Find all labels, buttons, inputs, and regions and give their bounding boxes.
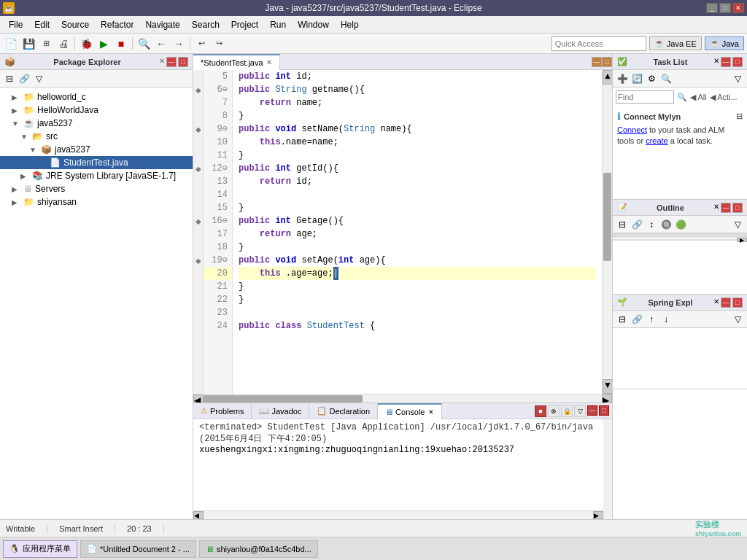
menu-source[interactable]: Source [55,18,95,31]
tree-item-servers[interactable]: ▶ 🖥 Servers [0,182,193,195]
taskbar-start-button[interactable]: 🐧 应用程序菜单 [3,540,77,558]
close-button[interactable]: ✕ [732,3,744,13]
collapse-all-button[interactable]: ⊟ [3,72,16,85]
spring-btn4[interactable]: ↓ [659,313,673,326]
tree-item-helloworldjava[interactable]: ▶ 📁 HelloWorldJava [0,104,193,117]
find-acti-option[interactable]: ◀ Acti... [710,93,738,102]
sync-button[interactable]: 🔄 [630,72,643,85]
tab-javadoc[interactable]: 📖 Javadoc [252,403,309,419]
outline-hscroll[interactable] [613,233,747,238]
spring-close-icon[interactable]: ✕ [713,298,719,308]
menu-project[interactable]: Project [225,18,264,31]
task-settings-button[interactable]: ⚙ [645,72,658,85]
filter-button[interactable]: 🔍 [659,72,673,85]
restore-button[interactable]: □ [719,3,731,13]
redo-button[interactable]: ↪ [211,36,227,52]
menu-run[interactable]: Run [264,18,292,31]
menu-navigate[interactable]: Navigate [139,18,185,31]
console-hscroll-left[interactable]: ◀ [193,511,204,519]
run-button[interactable]: ▶ [96,36,112,52]
new-button[interactable]: 📄 [3,36,19,52]
java-ee-perspective[interactable]: ☕ Java EE [649,36,702,50]
task-menu-button[interactable]: ▽ [731,72,744,85]
tree-item-java5237[interactable]: ▼ ☕ java5237 [0,117,193,130]
window-controls[interactable]: _ □ ✕ [706,3,744,13]
outline-btn4[interactable]: 🔘 [659,218,673,231]
tree-item-shiyansan[interactable]: ▶ 📁 shiyansan [0,195,193,209]
hscroll-right[interactable]: ▶ [602,394,612,402]
scroll-thumb[interactable] [603,173,611,261]
spring-btn3[interactable]: ↑ [645,313,658,326]
forward-button[interactable]: → [171,36,187,52]
editor-tab-close[interactable]: ✕ [266,58,272,66]
hscroll-thumb[interactable] [204,395,363,402]
save-button[interactable]: 💾 [20,36,36,52]
task-maximize[interactable]: □ [732,57,743,67]
console-hscroll-right[interactable]: ▶ [593,511,603,519]
console-tab-close[interactable]: ✕ [428,408,434,416]
tab-problems[interactable]: ⚠ Problems [193,403,252,419]
undo-button[interactable]: ↩ [193,36,209,52]
spring-maximize[interactable]: □ [732,298,743,308]
console-stop-button[interactable]: ■ [535,405,546,417]
tree-item-studenttest[interactable]: 📄 StudentTest.java [0,156,193,169]
outline-btn3[interactable]: ↕ [645,218,658,231]
spring-minimize[interactable]: — [721,298,731,308]
editor-minimize[interactable]: — [592,57,602,67]
quick-access-input[interactable] [551,36,646,51]
console-minimize[interactable]: — [587,405,597,416]
spring-btn2[interactable]: 🔗 [630,313,643,326]
debug-button[interactable]: 🐞 [78,36,94,52]
tab-console[interactable]: 🖥 Console ✕ [378,403,442,419]
outline-close-icon[interactable]: ✕ [713,203,719,213]
menu-edit[interactable]: Edit [28,18,55,31]
menu-refactor[interactable]: Refactor [95,18,139,31]
hscroll-left[interactable]: ◀ [193,394,204,402]
pkg-maximize-button[interactable]: □ [178,57,188,67]
editor-tab-studenttest[interactable]: *StudentTest.java ✕ [193,54,280,70]
scroll-up[interactable]: ▲ [603,70,612,85]
scroll-down[interactable]: ▼ [603,379,612,394]
console-scroll-lock[interactable]: 🔒 [561,405,573,417]
task-minimize[interactable]: — [721,57,731,67]
console-clear-button[interactable]: ⊗ [548,405,560,417]
connect-link[interactable]: Connect [617,125,647,134]
outline-vscroll[interactable]: ▶ [613,238,747,242]
tree-item-helloworld-c[interactable]: ▶ 📁 helloworld_c [0,90,193,104]
find-all-option[interactable]: ◀ All [690,93,707,102]
tab-declaration[interactable]: 📋 Declaration [309,403,378,419]
stop-button[interactable]: ■ [113,36,129,52]
editor-scrollbar[interactable]: ▲ ▼ [602,70,612,394]
link-editor-button[interactable]: 🔗 [18,72,31,85]
console-menu-button[interactable]: ▽ [574,405,586,417]
taskbar-untitled-doc[interactable]: 📄 *Untitled Document 2 - ... [80,540,196,558]
menu-window[interactable]: Window [292,18,335,31]
spring-menu[interactable]: ▽ [731,313,744,326]
java-perspective[interactable]: ☕ Java [705,36,744,50]
console-maximize[interactable]: □ [599,405,609,416]
expand-icon[interactable]: ⊟ [736,112,743,121]
menu-search[interactable]: Search [186,18,225,31]
task-close-icon[interactable]: ✕ [713,57,719,67]
outline-btn1[interactable]: ⊟ [616,218,629,231]
code-editor[interactable]: public int id; public String getname(){ … [233,70,602,394]
outline-minimize[interactable]: — [721,203,731,213]
menu-file[interactable]: File [3,18,28,31]
outline-btn2[interactable]: 🔗 [630,218,643,231]
console-vscrollbar[interactable] [603,419,612,519]
outline-btn5[interactable]: 🟢 [674,218,687,231]
pkg-minimize-button[interactable]: — [166,57,177,67]
menu-help[interactable]: Help [335,18,365,31]
tree-item-jre[interactable]: ▶ 📚 JRE System Library [JavaSE-1.7] [0,169,193,182]
search-button[interactable]: 🔍 [136,36,152,52]
new-task-button[interactable]: ➕ [616,72,629,85]
minimize-button[interactable]: _ [706,3,718,13]
tree-item-java5237-pkg[interactable]: ▼ 📦 java5237 [0,143,193,156]
taskbar-shiyanlou[interactable]: 🖥 shiyanlou@f0a14c5c4bd... [199,540,318,558]
editor-maximize[interactable]: □ [602,57,612,67]
create-link[interactable]: create [646,136,668,145]
outline-menu[interactable]: ▽ [731,218,744,231]
pkg-menu-button[interactable]: ▽ [32,72,45,85]
save-all-button[interactable]: ⊞ [38,36,54,52]
outline-scroll-right[interactable]: ▶ [737,238,747,242]
